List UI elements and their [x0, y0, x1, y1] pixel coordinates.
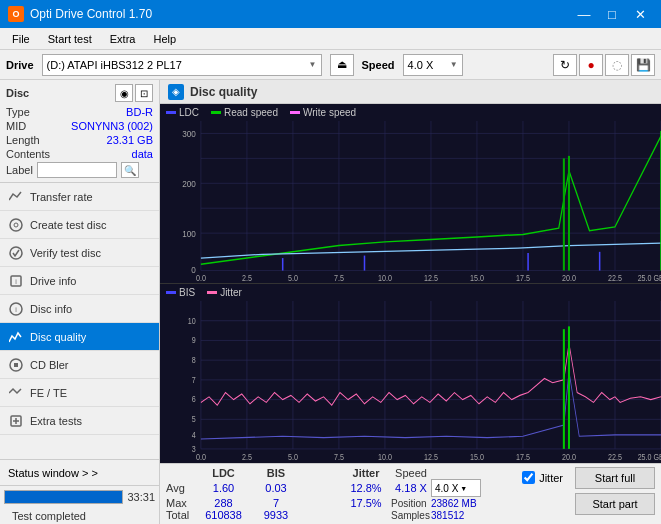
sidebar-item-label-fe-te: FE / TE — [30, 387, 67, 399]
status-window-button[interactable]: Status window > > — [0, 460, 159, 486]
erase-icon[interactable]: ◌ — [605, 54, 629, 76]
disc-length-label: Length — [6, 134, 40, 146]
verify-disc-icon — [8, 245, 24, 261]
svg-text:5.0: 5.0 — [288, 451, 298, 462]
menu-start-test[interactable]: Start test — [40, 31, 100, 47]
maximize-button[interactable]: □ — [599, 4, 625, 24]
svg-text:4: 4 — [192, 428, 196, 439]
progress-row: 33:31 — [0, 486, 159, 508]
legend-write-speed-label: Write speed — [303, 107, 356, 118]
start-part-button[interactable]: Start part — [575, 493, 655, 515]
menu-file[interactable]: File — [4, 31, 38, 47]
sidebar: Disc ◉ ⊡ Type BD-R MID SONYNN3 (002) Len… — [0, 80, 160, 524]
menu-bar: File Start test Extra Help — [0, 28, 661, 50]
svg-text:12.5: 12.5 — [424, 451, 438, 462]
sidebar-item-create-test-disc[interactable]: Create test disc — [0, 211, 159, 239]
refresh-icon[interactable]: ↻ — [553, 54, 577, 76]
svg-text:5: 5 — [192, 413, 196, 424]
sidebar-item-label-disc-info: Disc info — [30, 303, 72, 315]
minimize-button[interactable]: — — [571, 4, 597, 24]
svg-text:0.0: 0.0 — [196, 451, 206, 462]
sidebar-item-extra-tests[interactable]: Extra tests — [0, 407, 159, 435]
max-jitter: 17.5% — [341, 497, 391, 509]
jitter-checkbox[interactable] — [522, 471, 535, 484]
sidebar-item-fe-te[interactable]: FE / TE — [0, 379, 159, 407]
legend-read-speed-dot — [211, 111, 221, 114]
sidebar-item-label-transfer-rate: Transfer rate — [30, 191, 93, 203]
bottom-chart-legend: BIS Jitter — [160, 284, 661, 301]
svg-text:6: 6 — [192, 393, 196, 404]
legend-write-speed: Write speed — [290, 107, 356, 118]
eject-button[interactable]: ⏏ — [330, 54, 354, 76]
speed-label: Speed — [362, 59, 395, 71]
disc-section: Disc ◉ ⊡ Type BD-R MID SONYNN3 (002) Len… — [0, 80, 159, 183]
position-label: Position — [391, 497, 431, 509]
drive-dropdown-arrow: ▼ — [309, 60, 317, 69]
transfer-rate-icon — [8, 189, 24, 205]
speed-selector[interactable]: 4.0 X ▼ — [403, 54, 463, 76]
top-chart-area: LDC Read speed Write speed — [160, 104, 661, 284]
stats-table: LDC BIS Jitter Speed Avg 1.60 0.03 — [166, 467, 518, 521]
max-bis: 7 — [251, 497, 301, 509]
total-bis: 9933 — [251, 509, 301, 521]
disc-btn-2[interactable]: ⊡ — [135, 84, 153, 102]
legend-bis-dot — [166, 291, 176, 294]
sidebar-item-label-drive-info: Drive info — [30, 275, 76, 287]
legend-read-speed-label: Read speed — [224, 107, 278, 118]
start-full-button[interactable]: Start full — [575, 467, 655, 489]
disc-btn-1[interactable]: ◉ — [115, 84, 133, 102]
create-disc-icon — [8, 217, 24, 233]
save-icon[interactable]: 💾 — [631, 54, 655, 76]
svg-text:i: i — [15, 278, 17, 285]
disc-label-row: Label 🔍 — [6, 162, 153, 178]
svg-text:2.5: 2.5 — [242, 451, 252, 462]
svg-point-2 — [10, 247, 22, 259]
disc-label-input[interactable] — [37, 162, 117, 178]
action-buttons: Start full Start part — [567, 467, 655, 515]
app-title: Opti Drive Control 1.70 — [30, 7, 152, 21]
svg-text:15.0: 15.0 — [470, 273, 484, 283]
svg-text:100: 100 — [182, 228, 196, 239]
svg-text:17.5: 17.5 — [516, 273, 530, 283]
svg-point-1 — [14, 223, 18, 227]
top-chart-svg-container: 300 200 100 0 18X 16X 14X 12X 10X 8X 6X … — [160, 121, 661, 283]
avg-jitter: 12.8% — [341, 479, 391, 497]
col-header-ldc: LDC — [196, 467, 251, 479]
status-bar: Status window > > 33:31 Test completed — [0, 459, 159, 524]
total-label: Total — [166, 509, 196, 521]
disc-contents-value: data — [132, 148, 153, 160]
sidebar-item-disc-info[interactable]: i Disc info — [0, 295, 159, 323]
svg-text:i: i — [15, 306, 17, 313]
sidebar-item-disc-quality[interactable]: Disc quality — [0, 323, 159, 351]
total-ldc: 610838 — [196, 509, 251, 521]
sidebar-item-cd-bler[interactable]: CD Bler — [0, 351, 159, 379]
svg-rect-8 — [14, 363, 18, 367]
max-label: Max — [166, 497, 196, 509]
sidebar-item-transfer-rate[interactable]: Transfer rate — [0, 183, 159, 211]
drive-value: (D:) ATAPI iHBS312 2 PL17 — [47, 59, 305, 71]
menu-help[interactable]: Help — [145, 31, 184, 47]
disc-mid-row: MID SONYNN3 (002) — [6, 120, 153, 132]
main-area: Disc ◉ ⊡ Type BD-R MID SONYNN3 (002) Len… — [0, 80, 661, 524]
sidebar-item-drive-info[interactable]: i Drive info — [0, 267, 159, 295]
svg-text:25.0 GB: 25.0 GB — [638, 451, 661, 462]
disc-type-row: Type BD-R — [6, 106, 153, 118]
disc-label-search-btn[interactable]: 🔍 — [121, 162, 139, 178]
disc-mid-value: SONYNN3 (002) — [71, 120, 153, 132]
speed-dropdown-arrow: ▼ — [450, 60, 458, 69]
sidebar-item-verify-test-disc[interactable]: Verify test disc — [0, 239, 159, 267]
burn-icon[interactable]: ● — [579, 54, 603, 76]
col-header-jitter: Jitter — [341, 467, 391, 479]
status-window-label: Status window > > — [8, 467, 98, 479]
legend-read-speed: Read speed — [211, 107, 278, 118]
speed-value: 4.0 X — [408, 59, 448, 71]
sidebar-item-label-extra-tests: Extra tests — [30, 415, 82, 427]
drive-selector[interactable]: (D:) ATAPI iHBS312 2 PL17 ▼ — [42, 54, 322, 76]
close-button[interactable]: ✕ — [627, 4, 653, 24]
speed-dropdown[interactable]: 4.0 X ▼ — [431, 479, 481, 497]
legend-write-speed-dot — [290, 111, 300, 114]
menu-extra[interactable]: Extra — [102, 31, 144, 47]
status-text: Test completed — [4, 508, 94, 524]
progress-bar-fill — [5, 491, 122, 503]
drive-info-icon: i — [8, 273, 24, 289]
